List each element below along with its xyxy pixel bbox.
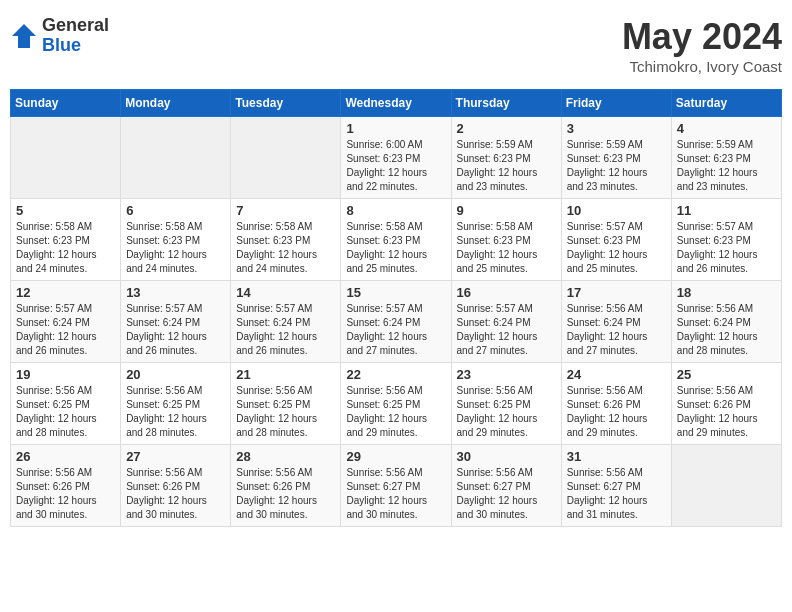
day-info: Sunrise: 5:56 AM Sunset: 6:26 PM Dayligh…	[567, 384, 666, 440]
day-cell: 11Sunrise: 5:57 AM Sunset: 6:23 PM Dayli…	[671, 199, 781, 281]
day-cell	[671, 445, 781, 527]
day-cell: 16Sunrise: 5:57 AM Sunset: 6:24 PM Dayli…	[451, 281, 561, 363]
header-saturday: Saturday	[671, 90, 781, 117]
day-cell: 17Sunrise: 5:56 AM Sunset: 6:24 PM Dayli…	[561, 281, 671, 363]
day-info: Sunrise: 5:56 AM Sunset: 6:26 PM Dayligh…	[16, 466, 115, 522]
day-info: Sunrise: 5:56 AM Sunset: 6:27 PM Dayligh…	[457, 466, 556, 522]
day-info: Sunrise: 5:59 AM Sunset: 6:23 PM Dayligh…	[677, 138, 776, 194]
day-cell: 21Sunrise: 5:56 AM Sunset: 6:25 PM Dayli…	[231, 363, 341, 445]
logo-blue-text: Blue	[42, 36, 109, 56]
day-cell: 1Sunrise: 6:00 AM Sunset: 6:23 PM Daylig…	[341, 117, 451, 199]
header: General Blue May 2024 Tchimokro, Ivory C…	[10, 10, 782, 81]
day-cell: 22Sunrise: 5:56 AM Sunset: 6:25 PM Dayli…	[341, 363, 451, 445]
day-number: 7	[236, 203, 335, 218]
day-number: 14	[236, 285, 335, 300]
day-info: Sunrise: 5:56 AM Sunset: 6:25 PM Dayligh…	[346, 384, 445, 440]
day-cell: 8Sunrise: 5:58 AM Sunset: 6:23 PM Daylig…	[341, 199, 451, 281]
week-row-3: 12Sunrise: 5:57 AM Sunset: 6:24 PM Dayli…	[11, 281, 782, 363]
day-number: 13	[126, 285, 225, 300]
logo-text: General Blue	[42, 16, 109, 56]
day-number: 21	[236, 367, 335, 382]
day-info: Sunrise: 5:58 AM Sunset: 6:23 PM Dayligh…	[346, 220, 445, 276]
day-number: 9	[457, 203, 556, 218]
day-number: 4	[677, 121, 776, 136]
header-sunday: Sunday	[11, 90, 121, 117]
day-number: 12	[16, 285, 115, 300]
day-cell	[11, 117, 121, 199]
day-info: Sunrise: 5:56 AM Sunset: 6:24 PM Dayligh…	[567, 302, 666, 358]
day-info: Sunrise: 5:58 AM Sunset: 6:23 PM Dayligh…	[126, 220, 225, 276]
header-friday: Friday	[561, 90, 671, 117]
day-number: 23	[457, 367, 556, 382]
day-number: 15	[346, 285, 445, 300]
day-info: Sunrise: 5:57 AM Sunset: 6:24 PM Dayligh…	[126, 302, 225, 358]
day-info: Sunrise: 6:00 AM Sunset: 6:23 PM Dayligh…	[346, 138, 445, 194]
day-info: Sunrise: 5:56 AM Sunset: 6:26 PM Dayligh…	[236, 466, 335, 522]
day-info: Sunrise: 5:56 AM Sunset: 6:26 PM Dayligh…	[126, 466, 225, 522]
header-tuesday: Tuesday	[231, 90, 341, 117]
day-cell	[231, 117, 341, 199]
day-cell: 3Sunrise: 5:59 AM Sunset: 6:23 PM Daylig…	[561, 117, 671, 199]
day-info: Sunrise: 5:57 AM Sunset: 6:24 PM Dayligh…	[16, 302, 115, 358]
day-number: 24	[567, 367, 666, 382]
day-number: 16	[457, 285, 556, 300]
day-cell: 28Sunrise: 5:56 AM Sunset: 6:26 PM Dayli…	[231, 445, 341, 527]
day-info: Sunrise: 5:56 AM Sunset: 6:26 PM Dayligh…	[677, 384, 776, 440]
day-number: 22	[346, 367, 445, 382]
day-number: 18	[677, 285, 776, 300]
day-number: 5	[16, 203, 115, 218]
day-cell: 4Sunrise: 5:59 AM Sunset: 6:23 PM Daylig…	[671, 117, 781, 199]
day-info: Sunrise: 5:57 AM Sunset: 6:24 PM Dayligh…	[236, 302, 335, 358]
day-number: 2	[457, 121, 556, 136]
logo-icon	[10, 22, 38, 50]
day-cell: 6Sunrise: 5:58 AM Sunset: 6:23 PM Daylig…	[121, 199, 231, 281]
day-info: Sunrise: 5:56 AM Sunset: 6:27 PM Dayligh…	[346, 466, 445, 522]
day-number: 20	[126, 367, 225, 382]
day-cell: 15Sunrise: 5:57 AM Sunset: 6:24 PM Dayli…	[341, 281, 451, 363]
weekday-header-row: Sunday Monday Tuesday Wednesday Thursday…	[11, 90, 782, 117]
svg-marker-0	[12, 24, 36, 48]
day-cell: 9Sunrise: 5:58 AM Sunset: 6:23 PM Daylig…	[451, 199, 561, 281]
week-row-4: 19Sunrise: 5:56 AM Sunset: 6:25 PM Dayli…	[11, 363, 782, 445]
title-block: May 2024 Tchimokro, Ivory Coast	[622, 16, 782, 75]
day-cell: 5Sunrise: 5:58 AM Sunset: 6:23 PM Daylig…	[11, 199, 121, 281]
day-number: 27	[126, 449, 225, 464]
day-cell: 12Sunrise: 5:57 AM Sunset: 6:24 PM Dayli…	[11, 281, 121, 363]
week-row-2: 5Sunrise: 5:58 AM Sunset: 6:23 PM Daylig…	[11, 199, 782, 281]
day-number: 1	[346, 121, 445, 136]
day-cell: 10Sunrise: 5:57 AM Sunset: 6:23 PM Dayli…	[561, 199, 671, 281]
day-info: Sunrise: 5:57 AM Sunset: 6:23 PM Dayligh…	[567, 220, 666, 276]
calendar-title: May 2024	[622, 16, 782, 58]
logo-general-text: General	[42, 16, 109, 36]
day-info: Sunrise: 5:57 AM Sunset: 6:24 PM Dayligh…	[457, 302, 556, 358]
day-number: 31	[567, 449, 666, 464]
day-info: Sunrise: 5:58 AM Sunset: 6:23 PM Dayligh…	[236, 220, 335, 276]
day-info: Sunrise: 5:56 AM Sunset: 6:25 PM Dayligh…	[126, 384, 225, 440]
day-number: 3	[567, 121, 666, 136]
day-number: 8	[346, 203, 445, 218]
day-info: Sunrise: 5:56 AM Sunset: 6:24 PM Dayligh…	[677, 302, 776, 358]
day-cell: 31Sunrise: 5:56 AM Sunset: 6:27 PM Dayli…	[561, 445, 671, 527]
day-number: 28	[236, 449, 335, 464]
day-cell: 27Sunrise: 5:56 AM Sunset: 6:26 PM Dayli…	[121, 445, 231, 527]
logo: General Blue	[10, 16, 109, 56]
week-row-5: 26Sunrise: 5:56 AM Sunset: 6:26 PM Dayli…	[11, 445, 782, 527]
day-cell: 25Sunrise: 5:56 AM Sunset: 6:26 PM Dayli…	[671, 363, 781, 445]
calendar-table: Sunday Monday Tuesday Wednesday Thursday…	[10, 89, 782, 527]
day-cell: 2Sunrise: 5:59 AM Sunset: 6:23 PM Daylig…	[451, 117, 561, 199]
day-cell: 19Sunrise: 5:56 AM Sunset: 6:25 PM Dayli…	[11, 363, 121, 445]
day-cell: 7Sunrise: 5:58 AM Sunset: 6:23 PM Daylig…	[231, 199, 341, 281]
day-info: Sunrise: 5:59 AM Sunset: 6:23 PM Dayligh…	[457, 138, 556, 194]
day-number: 25	[677, 367, 776, 382]
day-info: Sunrise: 5:59 AM Sunset: 6:23 PM Dayligh…	[567, 138, 666, 194]
day-cell: 29Sunrise: 5:56 AM Sunset: 6:27 PM Dayli…	[341, 445, 451, 527]
day-number: 26	[16, 449, 115, 464]
day-info: Sunrise: 5:57 AM Sunset: 6:24 PM Dayligh…	[346, 302, 445, 358]
week-row-1: 1Sunrise: 6:00 AM Sunset: 6:23 PM Daylig…	[11, 117, 782, 199]
day-number: 30	[457, 449, 556, 464]
day-cell: 26Sunrise: 5:56 AM Sunset: 6:26 PM Dayli…	[11, 445, 121, 527]
calendar-location: Tchimokro, Ivory Coast	[622, 58, 782, 75]
day-info: Sunrise: 5:57 AM Sunset: 6:23 PM Dayligh…	[677, 220, 776, 276]
day-info: Sunrise: 5:56 AM Sunset: 6:25 PM Dayligh…	[16, 384, 115, 440]
day-cell	[121, 117, 231, 199]
